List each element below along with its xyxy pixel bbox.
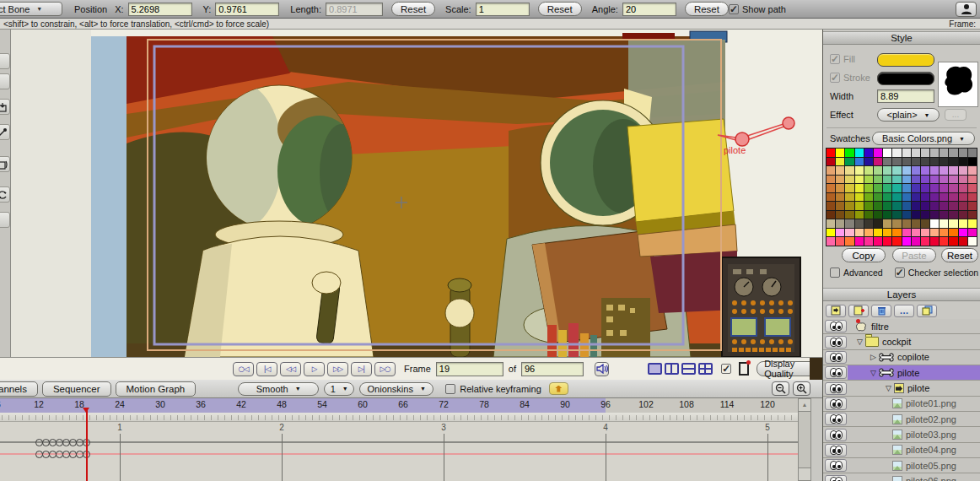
audio-toggle-button[interactable] bbox=[595, 362, 609, 376]
keyframe-channel-area[interactable]: 1 2 3 4 5 bbox=[0, 422, 798, 481]
palette-swatch[interactable] bbox=[949, 149, 957, 157]
palette-swatch[interactable] bbox=[827, 211, 835, 219]
palette-swatch[interactable] bbox=[959, 237, 967, 246]
palette-swatch[interactable] bbox=[892, 211, 901, 219]
bone-tip-handle[interactable] bbox=[783, 117, 794, 129]
refresh-style-tool-button[interactable] bbox=[0, 186, 10, 203]
palette-swatch[interactable] bbox=[912, 176, 920, 184]
palette-swatch[interactable] bbox=[902, 193, 911, 202]
bone-base-handle[interactable] bbox=[735, 132, 749, 146]
palette-swatch[interactable] bbox=[912, 184, 920, 192]
palette-swatch[interactable] bbox=[864, 149, 873, 157]
palette-swatch[interactable] bbox=[949, 202, 957, 210]
palette-swatch[interactable] bbox=[949, 184, 957, 192]
palette-swatch[interactable] bbox=[855, 149, 864, 157]
palette-swatch[interactable] bbox=[940, 193, 948, 202]
palette-swatch[interactable] bbox=[912, 237, 920, 246]
palette-swatch[interactable] bbox=[949, 229, 957, 237]
palette-swatch[interactable] bbox=[912, 158, 920, 166]
palette-swatch[interactable] bbox=[912, 193, 920, 202]
palette-swatch[interactable] bbox=[883, 229, 891, 237]
layer-row[interactable]: pilote05.png bbox=[823, 458, 980, 473]
palette-swatch[interactable] bbox=[827, 237, 835, 246]
palette-swatch[interactable] bbox=[827, 202, 835, 210]
layer-visibility-button[interactable] bbox=[825, 351, 847, 364]
palette-swatch[interactable] bbox=[968, 229, 977, 237]
prev-keyframe-button[interactable]: |◁ bbox=[256, 362, 277, 376]
palette-swatch[interactable] bbox=[949, 211, 957, 219]
palette-swatch[interactable] bbox=[930, 219, 939, 228]
palette-swatch[interactable] bbox=[864, 202, 873, 210]
palette-swatch[interactable] bbox=[892, 149, 901, 157]
palette-swatch[interactable] bbox=[912, 166, 920, 175]
current-frame-input[interactable] bbox=[436, 362, 503, 376]
palette-swatch[interactable] bbox=[930, 176, 939, 184]
palette-swatch[interactable] bbox=[864, 176, 873, 184]
copy-style-button[interactable]: Copy bbox=[842, 248, 886, 262]
palette-swatch[interactable] bbox=[845, 229, 853, 237]
paste-style-button[interactable]: Paste bbox=[892, 248, 936, 262]
palette-swatch[interactable] bbox=[855, 184, 864, 192]
palette-swatch[interactable] bbox=[874, 202, 882, 210]
frame-ruler[interactable]: 6121824303642485460667278849096102108114… bbox=[0, 398, 798, 413]
palette-swatch[interactable] bbox=[827, 166, 835, 175]
palette-swatch[interactable] bbox=[836, 158, 844, 166]
disclosure-triangle[interactable]: ▽ bbox=[854, 338, 865, 346]
effect-more-button[interactable]: ... bbox=[945, 109, 967, 121]
layer-row[interactable]: pilote04.png bbox=[823, 443, 980, 458]
layer-visibility-button[interactable] bbox=[825, 459, 847, 472]
layer-visibility-button[interactable] bbox=[825, 366, 847, 379]
layer-visibility-button[interactable] bbox=[825, 444, 847, 457]
palette-swatch[interactable] bbox=[883, 166, 891, 175]
palette-swatch[interactable] bbox=[864, 237, 873, 246]
palette-swatch[interactable] bbox=[940, 219, 948, 228]
palette-swatch[interactable] bbox=[883, 202, 891, 210]
two-horizontal-views-button[interactable] bbox=[681, 363, 696, 375]
palette-swatch[interactable] bbox=[883, 184, 891, 192]
palette-swatch[interactable] bbox=[921, 184, 929, 192]
palette-swatch[interactable] bbox=[892, 237, 901, 246]
palette-swatch[interactable] bbox=[930, 184, 939, 192]
layer-visibility-button[interactable] bbox=[825, 475, 847, 481]
palette-swatch[interactable] bbox=[827, 158, 835, 166]
relative-keyframing-checkbox[interactable]: ✓ bbox=[445, 384, 455, 394]
palette-swatch[interactable] bbox=[836, 166, 844, 175]
layer-visibility-button[interactable] bbox=[825, 336, 847, 349]
palette-swatch[interactable] bbox=[959, 184, 967, 192]
palette-swatch[interactable] bbox=[836, 149, 844, 157]
disclosure-triangle[interactable]: ▷ bbox=[868, 353, 879, 361]
palette-swatch[interactable] bbox=[930, 149, 939, 157]
tab-sequencer[interactable]: Sequencer bbox=[42, 381, 111, 397]
fill-color-swatch[interactable] bbox=[877, 53, 934, 67]
palette-swatch[interactable] bbox=[845, 211, 853, 219]
palette-swatch[interactable] bbox=[921, 166, 929, 175]
palette-swatch[interactable] bbox=[940, 184, 948, 192]
palette-swatch[interactable] bbox=[855, 176, 864, 184]
palette-swatch[interactable] bbox=[902, 202, 911, 210]
tool-button[interactable] bbox=[0, 212, 10, 228]
palette-swatch[interactable] bbox=[930, 237, 939, 246]
new-layer-plus-button[interactable] bbox=[848, 305, 869, 317]
palette-swatch[interactable] bbox=[959, 149, 967, 157]
layer-visibility-button[interactable] bbox=[825, 413, 847, 425]
stroke-color-swatch[interactable] bbox=[877, 72, 934, 85]
tool-selector-dropdown[interactable]: ct Bone ▼ bbox=[0, 2, 62, 16]
palette-swatch[interactable] bbox=[959, 166, 967, 175]
layer-row[interactable]: pilote03.png bbox=[823, 427, 980, 442]
palette-swatch[interactable] bbox=[855, 229, 864, 237]
keyframe-lock-button[interactable] bbox=[549, 382, 568, 395]
palette-swatch[interactable] bbox=[902, 149, 911, 157]
palette-swatch[interactable] bbox=[959, 229, 967, 237]
palette-swatch[interactable] bbox=[959, 219, 967, 228]
palette-swatch[interactable] bbox=[864, 229, 873, 237]
palette-swatch[interactable] bbox=[827, 229, 835, 237]
palette-swatch[interactable] bbox=[883, 211, 891, 219]
tool-button[interactable] bbox=[0, 73, 10, 89]
scale-input[interactable] bbox=[476, 3, 530, 16]
palette-swatch[interactable] bbox=[892, 202, 901, 210]
palette-swatch[interactable] bbox=[883, 176, 891, 184]
palette-swatch[interactable] bbox=[845, 166, 853, 175]
stroke-width-input[interactable] bbox=[877, 89, 934, 103]
palette-swatch[interactable] bbox=[836, 202, 844, 210]
layer-row[interactable]: pilote02.png bbox=[823, 412, 980, 427]
